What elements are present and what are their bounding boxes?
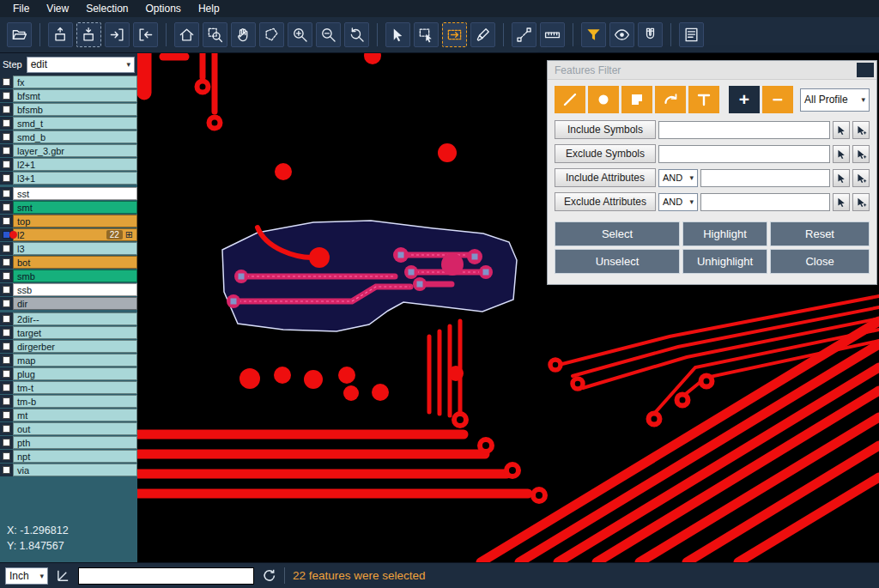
layer-row-tm-b[interactable]: tm-b <box>0 395 137 408</box>
command-input[interactable] <box>78 567 254 585</box>
feature-type-surface-button[interactable] <box>621 86 652 113</box>
layer-label[interactable]: tm-t <box>13 381 137 394</box>
refresh-icon[interactable] <box>262 568 276 583</box>
layer-label[interactable]: ssb <box>13 283 137 296</box>
layer-checkbox[interactable] <box>3 452 10 460</box>
home-view-button[interactable] <box>174 22 199 47</box>
layer-label[interactable]: top <box>13 215 137 227</box>
step-select[interactable]: edit ▾ <box>27 57 135 73</box>
menu-view[interactable]: View <box>39 2 76 15</box>
menu-help[interactable]: Help <box>191 2 227 15</box>
layer-row-pth[interactable]: pth <box>0 436 137 449</box>
layer-row-smt[interactable]: smt <box>0 201 137 214</box>
layer-row-via[interactable]: via <box>0 464 137 476</box>
layer-label[interactable]: sst <box>13 187 137 200</box>
layer-row-smb[interactable]: smb <box>0 270 137 282</box>
layer-checkbox[interactable] <box>3 78 10 86</box>
layer-checkbox[interactable] <box>3 106 10 113</box>
layer-checkbox[interactable] <box>3 356 10 364</box>
layer-label[interactable]: smd_t <box>13 117 137 130</box>
layer-label[interactable]: smb <box>13 270 137 282</box>
layer-label[interactable]: smt <box>13 201 137 214</box>
zoom-polygon-button[interactable] <box>259 22 284 47</box>
menu-selection[interactable]: Selection <box>78 2 136 15</box>
pick-include-symbol-button[interactable] <box>833 121 850 139</box>
pick-exclude-symbol-button[interactable] <box>833 145 850 163</box>
layer-row-plug[interactable]: plug <box>0 367 137 380</box>
exclude-attributes-logic-select[interactable]: AND ▾ <box>658 193 698 211</box>
layer-row-dirgerber[interactable]: dirgerber <box>0 340 137 353</box>
menu-options[interactable]: Options <box>138 2 189 15</box>
layer-label[interactable]: map <box>13 354 137 367</box>
pan-button[interactable] <box>231 22 256 47</box>
layer-checkbox[interactable] <box>3 190 10 197</box>
layer-label[interactable]: pth <box>13 436 137 449</box>
pick-exclude-symbol-add-button[interactable] <box>852 145 870 163</box>
include-attributes-logic-select[interactable]: AND ▾ <box>658 169 698 187</box>
layer-checkbox[interactable] <box>3 161 10 168</box>
layer-label[interactable]: layer_3.gbr <box>13 144 137 157</box>
layer-label[interactable]: target <box>13 326 137 339</box>
layer-checkbox[interactable] <box>3 147 10 155</box>
layer-row-smd_b[interactable]: smd_b <box>0 130 137 143</box>
include-attributes-input[interactable] <box>700 169 830 187</box>
layer-label[interactable]: mt <box>13 409 137 421</box>
layer-checkbox[interactable] <box>3 384 10 391</box>
feature-type-pad-button[interactable] <box>588 86 619 113</box>
layer-label[interactable]: l3 <box>13 242 137 255</box>
exclude-attributes-button[interactable]: Exclude Attributes <box>555 192 656 211</box>
layer-label[interactable]: dirgerber <box>13 340 137 353</box>
layer-checkbox[interactable] <box>3 300 10 307</box>
layer-row-l2[interactable]: l222⊞ <box>0 228 137 241</box>
layer-label[interactable]: 2dir-- <box>13 312 137 325</box>
layer-checkbox[interactable] <box>3 174 10 182</box>
layer-row-target[interactable]: target <box>0 326 137 339</box>
layer-checkbox[interactable] <box>3 286 10 294</box>
menu-file[interactable]: File <box>5 2 37 15</box>
layer-checkbox[interactable] <box>3 329 10 336</box>
layer-row-tm-t[interactable]: tm-t <box>0 381 137 394</box>
layer-row-dir[interactable]: dir <box>0 297 137 310</box>
dock-button[interactable] <box>857 63 874 77</box>
layer-label[interactable]: fx <box>13 76 137 88</box>
import-step-button[interactable] <box>76 22 101 47</box>
layer-checkbox[interactable] <box>3 203 10 211</box>
clear-highlight-button[interactable] <box>470 22 495 47</box>
zoom-in-button[interactable] <box>288 22 312 47</box>
open-folder-button[interactable] <box>7 22 32 47</box>
layer-checkbox[interactable] <box>3 119 10 127</box>
layer-row-out[interactable]: out <box>0 422 137 435</box>
layer-label[interactable]: out <box>13 422 137 435</box>
pick-include-attribute-add-button[interactable] <box>852 169 870 187</box>
layer-checkbox[interactable] <box>3 411 10 419</box>
layer-label[interactable]: via <box>13 464 137 476</box>
measure-ruler-button[interactable] <box>540 22 565 47</box>
highlight-button[interactable]: Highlight <box>682 221 767 246</box>
layer-label[interactable]: bfsmb <box>13 103 137 116</box>
units-select[interactable]: Inch ▾ <box>5 567 48 585</box>
layer-checkbox[interactable] <box>3 245 10 252</box>
snap-angle-icon[interactable] <box>56 568 70 583</box>
layer-checkbox[interactable] <box>3 258 10 266</box>
layer-label[interactable]: l222⊞ <box>13 228 137 241</box>
zoom-window-button[interactable] <box>203 22 227 47</box>
feature-type-line-button[interactable] <box>555 86 585 113</box>
layer-checkbox[interactable] <box>3 370 10 378</box>
include-symbols-input[interactable] <box>658 121 830 139</box>
feature-info-button[interactable] <box>679 22 704 47</box>
layer-row-layer_3.gbr[interactable]: layer_3.gbr <box>0 144 137 157</box>
layer-checkbox[interactable] <box>3 342 10 350</box>
layer-row-ssb[interactable]: ssb <box>0 283 137 296</box>
layer-label[interactable]: npt <box>13 450 137 463</box>
unselect-button[interactable]: Unselect <box>555 249 680 274</box>
layer-row-l2+1[interactable]: l2+1 <box>0 158 137 171</box>
layer-checkbox[interactable] <box>3 439 10 446</box>
next-step-button[interactable] <box>133 22 158 47</box>
layer-label[interactable]: l3+1 <box>13 172 137 185</box>
exclude-symbols-button[interactable]: Exclude Symbols <box>555 144 656 163</box>
layer-row-bot[interactable]: bot <box>0 256 137 269</box>
layer-row-bfsmb[interactable]: bfsmb <box>0 103 137 116</box>
dialog-title-bar[interactable]: Features Filter <box>548 61 876 80</box>
layer-row-l3+1[interactable]: l3+1 <box>0 172 137 185</box>
select-rectangle-button[interactable] <box>414 22 439 47</box>
